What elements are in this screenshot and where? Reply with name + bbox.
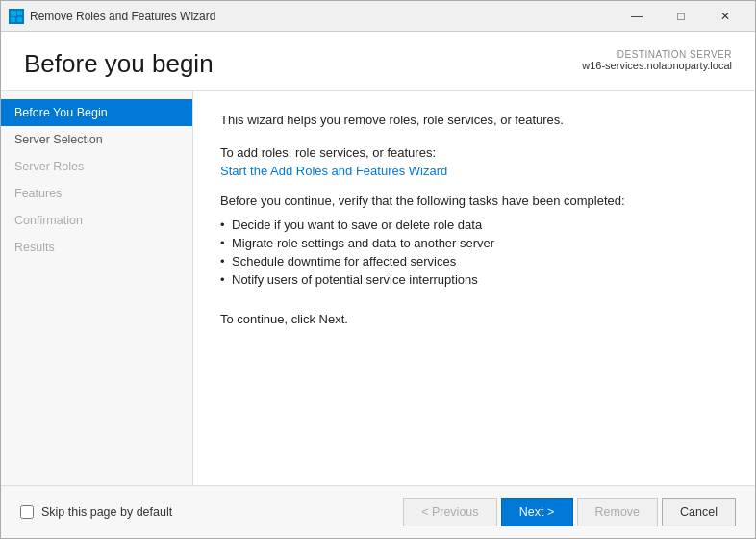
bullet-item-4: Notify users of potential service interr… [220, 270, 728, 289]
footer-buttons: < Previous Next > Remove Cancel [403, 498, 736, 526]
verify-label: Before you continue, verify that the fol… [220, 193, 728, 208]
checkbox-area: Skip this page by default [20, 505, 403, 519]
sidebar-item-server-roles: Server Roles [1, 153, 192, 180]
sidebar-item-server-selection[interactable]: Server Selection [1, 126, 192, 153]
previous-button[interactable]: < Previous [403, 498, 496, 526]
minimize-button[interactable]: — [615, 1, 659, 32]
destination-server-label: DESTINATION SERVER [582, 49, 732, 60]
verify-section: Before you continue, verify that the fol… [220, 193, 728, 289]
bullet-item-1: Decide if you want to save or delete rol… [220, 216, 728, 234]
add-roles-label: To add roles, role services, or features… [220, 145, 728, 160]
sidebar-item-results: Results [1, 234, 192, 261]
sidebar-item-before-you-begin[interactable]: Before You Begin [1, 99, 192, 126]
main-content: Before You Begin Server Selection Server… [1, 91, 755, 485]
destination-server-info: DESTINATION SERVER w16-services.nolabnop… [582, 49, 732, 71]
add-roles-link[interactable]: Start the Add Roles and Features Wizard [220, 164, 447, 178]
bullet-item-3: Schedule downtime for affected services [220, 252, 728, 270]
continue-text: To continue, click Next. [220, 312, 728, 326]
header: Before you begin DESTINATION SERVER w16-… [1, 32, 755, 91]
title-bar: Remove Roles and Features Wizard — □ ✕ [1, 1, 755, 32]
content-description: This wizard helps you remove roles, role… [220, 111, 728, 130]
remove-button[interactable]: Remove [577, 498, 659, 526]
skip-checkbox-label[interactable]: Skip this page by default [41, 505, 172, 519]
window: Remove Roles and Features Wizard — □ ✕ B… [0, 0, 756, 539]
content-area: This wizard helps you remove roles, role… [193, 91, 755, 485]
maximize-button[interactable]: □ [659, 1, 703, 32]
cancel-button[interactable]: Cancel [662, 498, 736, 526]
svg-rect-2 [11, 17, 15, 22]
app-icon [9, 9, 24, 24]
svg-rect-0 [11, 11, 16, 16]
close-button[interactable]: ✕ [703, 1, 747, 32]
bullet-list: Decide if you want to save or delete rol… [220, 216, 728, 289]
skip-checkbox[interactable] [20, 505, 34, 519]
window-controls: — □ ✕ [615, 1, 747, 32]
svg-rect-1 [17, 11, 22, 15]
sidebar-item-features: Features [1, 180, 192, 207]
page-title: Before you begin [24, 49, 214, 79]
destination-server-name: w16-services.nolabnoparty.local [582, 60, 732, 71]
bullet-item-2: Migrate role settings and data to anothe… [220, 234, 728, 252]
add-roles-section: To add roles, role services, or features… [220, 145, 728, 178]
window-title: Remove Roles and Features Wizard [30, 10, 615, 23]
footer: Skip this page by default < Previous Nex… [1, 485, 755, 538]
sidebar: Before You Begin Server Selection Server… [1, 91, 193, 485]
next-button[interactable]: Next > [501, 498, 573, 526]
sidebar-item-confirmation: Confirmation [1, 207, 192, 234]
svg-rect-3 [17, 17, 22, 22]
